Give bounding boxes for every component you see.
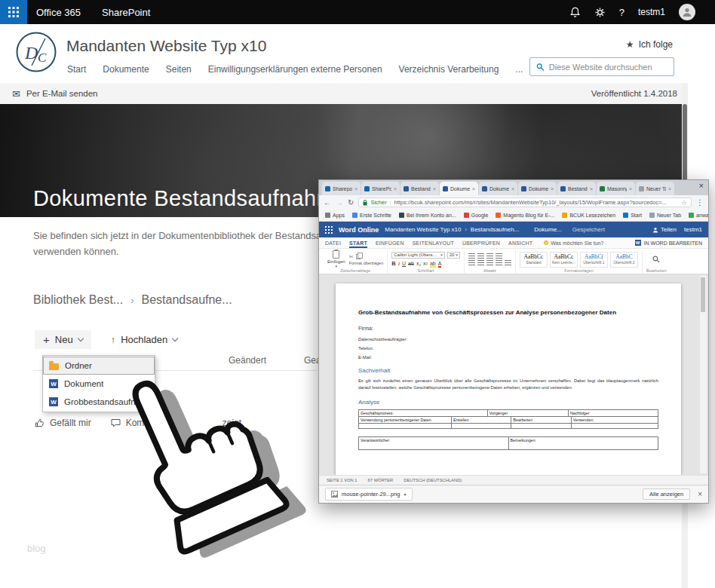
superscript-icon[interactable]: x² — [423, 261, 428, 266]
bullet-list-icon[interactable] — [468, 253, 475, 259]
search-icon[interactable] — [652, 256, 660, 263]
nav-item-dokumente[interactable]: Dokumente — [103, 64, 149, 75]
menu-item-ordner[interactable]: Ordner — [43, 357, 155, 375]
ribbon-tab-datei[interactable]: DATEI — [325, 237, 341, 248]
forward-icon[interactable]: → — [336, 199, 343, 207]
user-avatar[interactable] — [679, 4, 695, 20]
share-button[interactable]: Teilen — [652, 226, 677, 233]
browser-menu-icon[interactable]: ⋮ — [696, 198, 704, 207]
italic-icon[interactable]: I — [398, 261, 400, 267]
new-button[interactable]: + Neu — [35, 330, 91, 349]
browser-tab[interactable]: Neuer Tab× — [636, 182, 674, 195]
nav-item-start[interactable]: Start — [67, 64, 86, 75]
font-color-icon[interactable]: A — [438, 261, 442, 268]
ribbon-tab-ueberpruefen[interactable]: ÜBERPRÜFEN — [462, 237, 500, 248]
back-icon[interactable]: ← — [324, 199, 331, 207]
tab-close-icon[interactable]: × — [394, 186, 397, 191]
settings-gear-icon[interactable] — [594, 7, 606, 18]
nav-item-seiten[interactable]: Seiten — [166, 64, 192, 75]
bookmark-item[interactable]: Google — [464, 213, 489, 218]
tab-close-icon[interactable]: × — [433, 186, 436, 191]
nav-item-einwilligungserklaerungen[interactable]: Einwilligungserklärungen externe Persone… — [208, 64, 382, 75]
font-size-selector[interactable]: 20▾ — [447, 252, 460, 259]
decrease-indent-icon[interactable] — [486, 253, 493, 259]
user-name[interactable]: testm1 — [638, 7, 665, 17]
bookmark-item[interactable]: Neuer Tab — [649, 213, 681, 218]
line-spacing-icon[interactable] — [505, 260, 511, 265]
align-center-icon[interactable] — [477, 260, 484, 265]
suite-brand[interactable]: Office 365 — [36, 7, 81, 18]
highlight-color-icon[interactable]: ab — [430, 261, 436, 268]
style-chip-standard[interactable]: AaBbCcStandard — [520, 252, 548, 268]
document-scrollbar[interactable] — [700, 276, 707, 473]
app-launcher-button[interactable] — [0, 0, 27, 24]
tab-close-icon[interactable]: × — [354, 186, 358, 191]
style-chip-heading2[interactable]: AaBbCÜberschrift 2 — [610, 252, 638, 268]
paste-button[interactable]: Einfügen ▾ — [327, 250, 345, 268]
tab-close-icon[interactable]: × — [551, 186, 554, 191]
status-language[interactable]: DEUTSCH (DEUTSCHLAND) — [404, 478, 462, 482]
align-left-icon[interactable] — [468, 260, 475, 265]
word-breadcrumb[interactable]: Mandanten Website Typ x10 › Bestandsaufn… — [385, 226, 519, 233]
word-user-name[interactable]: testm1 — [684, 226, 702, 233]
ribbon-tab-ansicht[interactable]: ANSICHT — [508, 237, 532, 248]
breadcrumb-current[interactable]: Bestandsaufne... — [142, 293, 232, 307]
bookmark-item[interactable]: Start — [623, 213, 642, 218]
style-chip-no-spacing[interactable]: AaBbCcKein Leerze... — [550, 252, 578, 268]
justify-icon[interactable] — [496, 260, 502, 265]
format-painter-button[interactable]: Format übertragen — [349, 261, 384, 265]
bookmark-star-icon[interactable]: ☆ — [681, 199, 687, 207]
browser-tab[interactable]: Bestandsa× — [400, 182, 439, 195]
bookmark-folder[interactable]: BCUK Lesezeichen — [562, 213, 615, 218]
browser-tab-active[interactable]: Dokumente× — [440, 182, 478, 195]
tab-close-icon[interactable]: × — [668, 186, 671, 191]
bookmark-item[interactable]: Magento Blog für E-... — [496, 213, 554, 218]
send-by-email[interactable]: Per E-Mail senden — [26, 89, 98, 98]
style-chip-heading1[interactable]: AaBbC(Überschrift 1 — [580, 252, 608, 268]
browser-tab[interactable]: Sharepoint× — [322, 182, 361, 195]
ribbon-tab-start[interactable]: START — [349, 237, 367, 248]
show-all-downloads-button[interactable]: Alle anzeigen — [643, 488, 690, 500]
status-words[interactable]: 67 WÖRTER — [368, 478, 394, 482]
tab-close-icon[interactable]: × — [629, 186, 632, 191]
close-shelf-icon[interactable]: × — [698, 491, 702, 498]
cut-icon[interactable]: ✂ — [349, 254, 354, 259]
help-icon[interactable]: ? — [619, 7, 624, 18]
tab-close-icon[interactable]: × — [472, 186, 475, 191]
document-page[interactable]: Grob-Bestandsaufnahme von Geschäftsproze… — [336, 283, 681, 475]
ribbon-tab-einfuegen[interactable]: EINFÜGEN — [376, 237, 404, 248]
browser-tab[interactable]: Dokumen× — [479, 182, 517, 195]
tab-close-icon[interactable]: × — [590, 186, 593, 191]
search-input[interactable] — [549, 63, 667, 72]
open-in-word-button[interactable]: W IN WORD BEARBEITEN — [635, 240, 702, 246]
nav-item-verzeichnis[interactable]: Verzeichnis Verarbeitung — [399, 64, 499, 75]
window-close-button[interactable]: × — [699, 182, 704, 190]
numbered-list-icon[interactable] — [477, 253, 484, 259]
increase-indent-icon[interactable] — [496, 253, 502, 259]
chevron-down-icon[interactable]: ▾ — [404, 492, 407, 497]
nav-overflow[interactable]: ... — [515, 64, 523, 75]
site-search-box[interactable] — [529, 57, 674, 76]
subscript-icon[interactable]: x₂ — [416, 261, 421, 266]
align-right-icon[interactable] — [486, 260, 493, 265]
bookmark-apps[interactable]: Apps — [325, 213, 345, 218]
url-omnibox[interactable]: Sicher | https://bcuk.sharepoint.com/ms/… — [358, 198, 692, 207]
underline-icon[interactable]: U — [402, 261, 406, 266]
refresh-icon[interactable]: ↻ — [348, 199, 354, 207]
follow-button[interactable]: ★ Ich folge — [626, 39, 673, 50]
suite-app-name[interactable]: SharePoint — [102, 7, 150, 18]
word-online-label[interactable]: Word Online — [339, 226, 379, 234]
tell-me-box[interactable]: Was möchten Sie tun? — [544, 240, 603, 246]
download-item[interactable]: mouse-pointer-29...png ▾ — [325, 488, 413, 501]
bookmark-item[interactable]: Bei Ihrem Konto an... — [399, 213, 456, 218]
browser-tab[interactable]: SharePoint× — [361, 182, 400, 195]
breadcrumb-library[interactable]: Bibliothek Best... — [33, 293, 123, 307]
notifications-bell-icon[interactable] — [569, 7, 581, 18]
browser-tab[interactable]: Dokumen× — [518, 182, 557, 195]
tab-close-icon[interactable]: × — [511, 186, 514, 191]
bold-icon[interactable]: B — [391, 260, 395, 267]
ribbon-tab-seitenlayout[interactable]: SEITENLAYOUT — [413, 237, 454, 248]
copy-icon[interactable] — [356, 254, 361, 259]
bookmark-item[interactable]: Erste Schritte — [352, 213, 391, 218]
waffle-icon[interactable] — [325, 226, 333, 234]
